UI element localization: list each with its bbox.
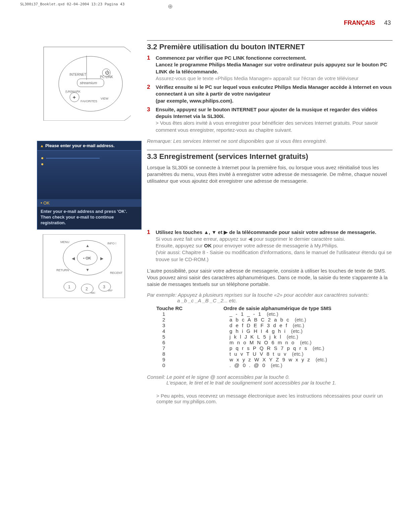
table-row: 8t u v T U V 8 t u v(etc.) [156, 351, 393, 357]
tv-screen-ok: • OK [37, 199, 141, 207]
page-number: 43 [384, 19, 391, 26]
svg-text:⏻: ⏻ [105, 70, 109, 75]
tv-screen-body [37, 151, 141, 199]
section-3-3-intro: Lorsque la SL300i se connecte à Internet… [147, 164, 393, 185]
svg-text:2: 2 [86, 287, 88, 291]
svg-text:FAVORITES: FAVORITES [81, 100, 97, 103]
tv-screen-illustration: ▲Please enter your e-mail address. • OK … [37, 141, 142, 230]
sms-intro-paragraph: L'autre possibilité, pour saisir votre a… [147, 268, 393, 288]
svg-text:VIEW: VIEW [101, 97, 109, 100]
table-row: 4g h i G H I 4 g h i(etc.) [156, 328, 393, 334]
tv-screen-footer: Enter your e-mail address and press 'OK'… [37, 207, 141, 229]
svg-text:3: 3 [103, 285, 105, 289]
body-text-column: 3.2 Première utilisation du bouton INTER… [147, 40, 393, 404]
svg-text:▼: ▼ [86, 268, 90, 272]
svg-text:MENU: MENU [60, 240, 69, 244]
print-header-note: SL300i37_Booklet.qxd 02-04-2004 13:23 Pa… [20, 2, 124, 6]
svg-text:INTERNET: INTERNET [69, 73, 86, 76]
table-row: 5j k l J K L 5 j k l(etc.) [156, 334, 393, 340]
svg-text:RETURN: RETURN [56, 269, 69, 272]
table-row: 0. @ 0 . @ 0(etc.) [156, 362, 393, 368]
example-line: Par exemple: Appuyez à plusieurs reprise… [147, 292, 393, 303]
remote-top-illustration: INTERNET PC LINK streamium ⏻ ✦ (UN)MARK … [37, 40, 131, 121]
svg-text:INFO !: INFO ! [107, 242, 116, 245]
step-3-2-3: 3 Ensuite, appuyez sur le bouton INTERNE… [147, 106, 393, 133]
tv-screen-title: ▲Please enter your e-mail address. [37, 141, 141, 151]
remote-keypad-illustration: • OK ▲ ▼ ◀ ▶ MENU INFO ! RETURN RECENT 1… [37, 234, 131, 298]
step-number: 3 [147, 106, 156, 133]
table-row: 7p q r s P Q R S 7 p q r s(etc.) [156, 345, 393, 351]
svg-text:(UN)MARK: (UN)MARK [65, 90, 81, 93]
crop-mark-icon: ⊕ [168, 3, 173, 10]
svg-text:DEF: DEF [108, 289, 113, 292]
table-header-left: Touche RC [156, 305, 223, 311]
tip-block: Conseil: Le point et le signe @ sont acc… [147, 374, 393, 386]
language-label: FRANÇAIS [344, 19, 375, 26]
svg-text:▲: ▲ [86, 243, 90, 248]
step-3-2-2: 2 Vérifiez ensuite si le PC sur lequel v… [147, 84, 393, 104]
left-illustration-column: INTERNET PC LINK streamium ⏻ ✦ (UN)MARK … [37, 40, 138, 404]
svg-text:◀: ◀ [72, 256, 75, 261]
table-row: 1_ - 1 _ - 1(etc.) [156, 311, 393, 317]
svg-text:ABC: ABC [91, 292, 95, 294]
after-note: > Peu après, vous recevrez un message él… [147, 393, 393, 404]
svg-text:• OK: • OK [83, 256, 91, 260]
remark-3-2: Remarque: Les services Internet ne sont … [147, 138, 393, 144]
svg-text:RECENT: RECENT [110, 271, 123, 275]
svg-text:1: 1 [68, 285, 70, 289]
table-row: 3d e f D E F 3 d e f(etc.) [156, 322, 393, 328]
table-header-right: Ordre de saisie alphanumérique de type S… [223, 305, 331, 311]
step-number: 1 [147, 229, 156, 263]
table-row: 6m n o M N O 6 m n o(etc.) [156, 340, 393, 345]
section-3-2-title: 3.2 Première utilisation du bouton INTER… [147, 40, 393, 51]
svg-text:streamium: streamium [80, 81, 97, 85]
step-3-3-1: 1 Utilisez les touches ▲, ▼ et ▶ de la t… [147, 229, 393, 263]
svg-text:PC LINK: PC LINK [100, 75, 113, 79]
step-3-2-1: 1 Commencez par vérifier que PC LINK fon… [147, 55, 393, 82]
table-row: 2a b c A B C 2 a b c(etc.) [156, 317, 393, 322]
section-3-3-title: 3.3 Enregistrement (services Internet gr… [147, 150, 393, 161]
sms-table: Touche RCOrdre de saisie alphanumérique … [156, 305, 393, 368]
table-row: 9w x y z W X Y Z 9 w x y z(etc.) [156, 357, 393, 362]
step-number: 1 [147, 55, 156, 82]
svg-text:▶: ▶ [100, 256, 104, 261]
step-number: 2 [147, 84, 156, 104]
warning-icon: ▲ [40, 143, 44, 148]
page-content: INTERNET PC LINK streamium ⏻ ✦ (UN)MARK … [37, 40, 393, 404]
language-header: FRANÇAIS 43 [344, 19, 391, 26]
svg-text:✦: ✦ [72, 95, 76, 100]
